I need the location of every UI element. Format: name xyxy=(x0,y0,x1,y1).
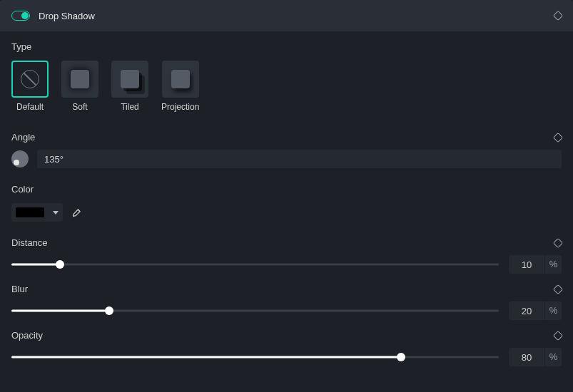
type-option-default[interactable]: Default xyxy=(11,61,49,112)
panel-header: Drop Shadow xyxy=(0,0,573,31)
blur-value[interactable]: 20 % xyxy=(509,301,562,320)
distance-value[interactable]: 10 % xyxy=(509,255,562,274)
type-option-projection[interactable]: Projection xyxy=(161,61,199,112)
type-label: Type xyxy=(11,41,562,52)
type-option-soft[interactable]: Soft xyxy=(61,61,98,112)
none-icon xyxy=(21,70,39,88)
type-option-label: Soft xyxy=(72,102,87,112)
angle-dial[interactable] xyxy=(11,150,29,167)
color-picker[interactable] xyxy=(11,203,63,222)
blur-label: Blur xyxy=(11,284,28,294)
tiled-shadow-icon xyxy=(121,70,139,88)
type-option-tiled[interactable]: Tiled xyxy=(111,61,148,112)
distance-keyframe-icon[interactable] xyxy=(553,237,563,247)
distance-slider[interactable] xyxy=(11,259,499,269)
drop-shadow-toggle[interactable] xyxy=(11,11,30,21)
color-swatch xyxy=(16,207,44,217)
blur-slider[interactable] xyxy=(11,306,499,316)
chevron-down-icon xyxy=(53,211,59,215)
angle-keyframe-icon[interactable] xyxy=(553,132,563,142)
opacity-label: Opacity xyxy=(11,330,43,341)
type-options: Default Soft Tiled Projection xyxy=(11,61,562,112)
opacity-keyframe-icon[interactable] xyxy=(553,330,563,340)
type-option-label: Tiled xyxy=(121,102,139,112)
soft-shadow-icon xyxy=(71,70,89,88)
opacity-value[interactable]: 80 % xyxy=(509,348,562,366)
eyedropper-icon[interactable] xyxy=(71,207,83,218)
type-option-label: Default xyxy=(16,102,44,112)
color-label: Color xyxy=(11,184,562,195)
blur-keyframe-icon[interactable] xyxy=(553,284,563,294)
panel-title: Drop Shadow xyxy=(39,11,95,21)
distance-label: Distance xyxy=(11,237,48,248)
projection-shadow-icon xyxy=(171,70,190,88)
angle-input[interactable] xyxy=(37,150,562,168)
keyframe-icon[interactable] xyxy=(553,11,563,21)
opacity-slider[interactable] xyxy=(11,352,499,362)
type-option-label: Projection xyxy=(161,102,199,112)
angle-label: Angle xyxy=(11,132,35,143)
